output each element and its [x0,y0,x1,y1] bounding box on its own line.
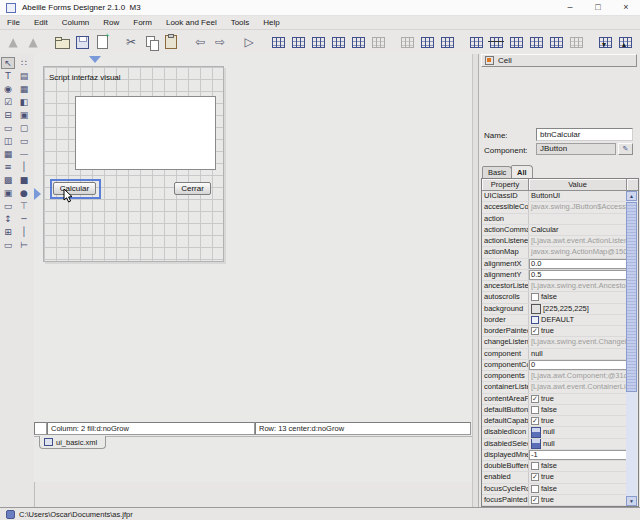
minimize-button[interactable]: – [556,0,584,15]
textpane-tool[interactable]: ▤ [17,70,31,82]
checkbox-icon[interactable] [531,406,539,414]
select-tool[interactable]: ↖ [1,57,15,69]
checkbox-icon[interactable] [531,293,539,301]
menu-look-and-feel[interactable]: Look and Feel [159,16,224,29]
list-tool[interactable]: ≡ [1,161,15,173]
combobox-tool[interactable]: ⊟ [1,109,15,121]
window-tool[interactable]: ▢ [17,122,31,134]
property-value[interactable]: [225,225,225] [529,304,627,314]
insert-cell-icon[interactable] [466,32,486,52]
menu-tools[interactable]: Tools [224,16,257,29]
cerrar-button-widget[interactable]: Cerrar [174,182,211,195]
property-value[interactable]: DEFAULT [529,315,627,325]
tab-basic[interactable]: Basic [482,166,512,178]
property-value[interactable]: 0.0 [529,259,627,269]
frame-tool[interactable]: ▣ [17,109,31,121]
property-value[interactable]: true [529,472,627,482]
image-tool[interactable]: ● [17,187,31,199]
property-value[interactable]: 0 [529,360,627,370]
checkbox-icon[interactable] [531,462,539,470]
tab-all[interactable]: All [511,165,533,178]
property-value[interactable] [529,214,627,224]
move-row-up-icon[interactable] [615,32,635,52]
property-value[interactable]: [Ljava.awt.event.ContainerListene [529,382,627,392]
split-row-icon[interactable] [288,32,308,52]
menu-edit[interactable]: Edit [27,16,55,29]
name-input[interactable]: btnCalcular [536,128,633,141]
close-button[interactable]: × [612,0,640,15]
new-form-icon[interactable] [92,32,112,52]
section-cell[interactable]: Cell [481,54,637,67]
menu-column[interactable]: Column [55,16,97,29]
open-form-icon[interactable] [52,32,72,52]
property-scrollbar[interactable]: ▲ ▼ [626,191,637,506]
splitpane-tool[interactable]: ◫ [1,135,15,147]
panel-tool[interactable]: ▩ [1,174,15,186]
resize-grid-icon[interactable] [348,32,368,52]
row-span-icon[interactable] [437,32,457,52]
split-column-icon[interactable] [328,32,348,52]
button-tool[interactable]: ▭ [17,135,31,147]
property-value[interactable]: false [529,405,627,415]
togglebutton-tool[interactable]: ▣ [1,187,15,199]
radiobutton-tool[interactable]: ◉ [1,83,15,95]
redo-icon[interactable]: ⇨ [210,32,230,52]
align-left-icon[interactable]: ▲ [3,32,23,52]
insert-row-icon[interactable] [268,32,288,52]
checkbox-icon[interactable] [531,395,539,403]
label-tool[interactable]: T [1,70,15,82]
property-value[interactable]: null [529,349,627,359]
calcular-button-widget[interactable]: Calcular [53,182,96,195]
form-label-widget[interactable]: Script interfaz visual [49,73,121,82]
menu-help[interactable]: Help [256,16,286,29]
property-value[interactable]: [Ljavax.swing.event.AncestorListe [529,281,627,291]
property-value[interactable]: javax.swing.JButton$AccessibleJB [529,202,627,212]
form-textarea-widget[interactable] [75,96,216,170]
property-column-header[interactable]: Property [482,179,529,191]
formattedfield-tool[interactable]: ⊤ [17,200,31,212]
property-value[interactable]: [Ljavax.swing.event.ChangeListen [529,337,627,347]
value-column-header[interactable]: Value [529,179,627,191]
lock-grid-icon[interactable] [368,32,388,52]
align-right-icon[interactable]: ▲ [23,32,43,52]
new-row-icon[interactable] [506,32,526,52]
edit-component-button[interactable]: ✎ [618,143,633,155]
menu-file[interactable]: File [0,16,27,29]
separator-tool[interactable]: — [17,148,31,160]
tabbedpane-tool[interactable]: ◧ [17,96,31,108]
property-value[interactable]: true [529,416,627,426]
paste-icon[interactable] [161,32,181,52]
vline-tool[interactable]: │ [17,226,31,238]
property-value[interactable]: 0.5 [529,270,627,280]
hline-tool[interactable]: ─ [17,213,31,225]
property-value[interactable]: Calcular [529,225,627,235]
group-cells-icon[interactable] [397,32,417,52]
scrollbar-thumb[interactable] [626,202,637,392]
progressbar-tool[interactable]: ▭ [1,200,15,212]
property-value[interactable]: [Ljava.awt.event.ActionListener;@ [529,236,627,246]
column-span-icon[interactable] [417,32,437,52]
vseparator-tool[interactable]: │ [17,161,31,173]
checkbox-icon[interactable] [531,327,539,335]
property-value[interactable]: true [529,394,627,404]
scroll-up-icon[interactable]: ▲ [626,191,637,201]
spinner-tool[interactable]: ↕ [1,213,15,225]
table-tool[interactable]: ▦ [1,148,15,160]
textarea-tool[interactable]: ▭ [1,239,15,251]
checkbox-tool[interactable]: ☑ [1,96,15,108]
property-value[interactable]: false [529,484,627,494]
tree-tool[interactable]: ⊢ [17,239,31,251]
checkbox-icon[interactable] [531,473,539,481]
property-value[interactable]: [Ljava.awt.Component;@31d36f4 [529,371,627,381]
grid-span-tool[interactable]: ∷ [17,57,31,69]
property-value[interactable]: false [529,461,627,471]
preview-form-icon[interactable]: ▷ [239,32,259,52]
maximize-button[interactable]: □ [584,0,612,15]
insert-column-icon[interactable] [308,32,328,52]
scroll-down-icon[interactable]: ▼ [626,496,637,506]
save-form-icon[interactable] [72,32,92,52]
property-value[interactable]: true [529,326,627,336]
file-tab[interactable]: ui_basic.xml [39,436,106,449]
checkbox-icon[interactable] [531,496,539,504]
textfield-tool[interactable]: ▭ [1,122,15,134]
